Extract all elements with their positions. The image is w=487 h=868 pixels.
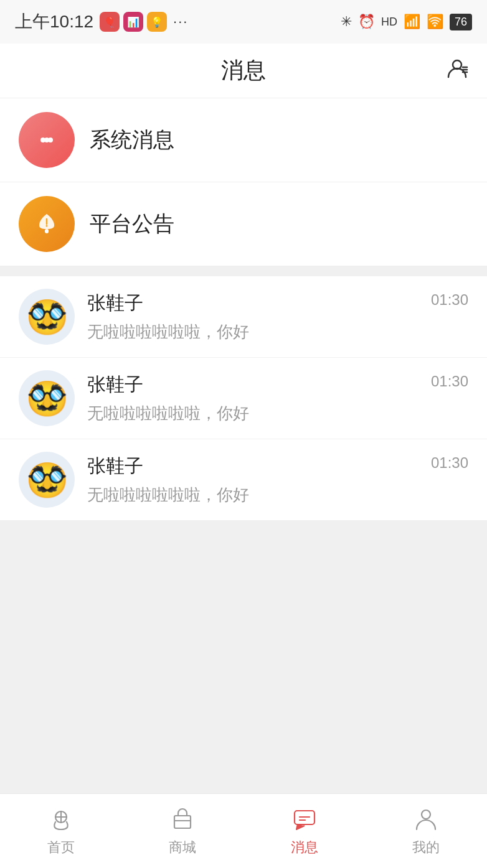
empty-content-area [0, 521, 487, 793]
svg-point-6 [48, 138, 53, 142]
chat-name: 张鞋子 [87, 291, 468, 316]
section-divider [0, 266, 487, 276]
avatar-emoji: 🥸 [26, 381, 68, 415]
app-icon-3: 💡 [147, 12, 167, 32]
svg-point-9 [46, 225, 48, 227]
chat-name: 张鞋子 [87, 372, 468, 398]
battery-level: 76 [450, 14, 472, 30]
app-icon-1: 🎈 [100, 12, 120, 32]
nav-label-shop: 商城 [169, 838, 196, 857]
system-message-icon [19, 112, 75, 168]
platform-notice-label: 平台公告 [90, 210, 174, 238]
status-dots: ··· [173, 14, 188, 30]
status-bar: 上午10:12 🎈 📊 💡 ··· ✳ ⏰ HD 📶 🛜 76 [0, 0, 487, 44]
nav-label-mine: 我的 [412, 838, 440, 857]
avatar: 🥸 [19, 452, 75, 508]
nav-label-home: 首页 [47, 838, 75, 857]
avatar: 🥸 [19, 289, 75, 345]
chat-name: 张鞋子 [87, 454, 468, 479]
app-icon-2: 📊 [123, 12, 143, 32]
chat-info: 张鞋子 无啦啦啦啦啦啦，你好 [87, 372, 468, 424]
platform-notice-icon [19, 196, 75, 252]
status-app-icons: 🎈 📊 💡 [100, 12, 167, 32]
svg-point-18 [422, 810, 430, 819]
chat-info: 张鞋子 无啦啦啦啦啦啦，你好 [87, 291, 468, 343]
chat-preview: 无啦啦啦啦啦啦，你好 [87, 484, 468, 506]
chat-preview: 无啦啦啦啦啦啦，你好 [87, 321, 468, 343]
system-message-label: 系统消息 [90, 126, 174, 154]
header: 消息 [0, 44, 487, 98]
chat-time: 01:30 [431, 291, 468, 309]
nav-item-mine[interactable]: 我的 [366, 806, 488, 857]
bluetooth-icon: ✳ [341, 14, 352, 30]
page-title: 消息 [221, 55, 266, 86]
alarm-icon: ⏰ [358, 14, 375, 30]
chat-list: 🥸 张鞋子 无啦啦啦啦啦啦，你好 01:30 🥸 张鞋子 无啦啦啦啦啦啦，你好 … [0, 276, 487, 521]
avatar-emoji: 🥸 [26, 463, 68, 497]
chat-info: 张鞋子 无啦啦啦啦啦啦，你好 [87, 454, 468, 506]
svg-rect-7 [45, 229, 49, 233]
nav-item-shop[interactable]: 商城 [122, 806, 244, 857]
chat-time: 01:30 [431, 373, 468, 390]
status-right-icons: ✳ ⏰ HD 📶 🛜 76 [341, 14, 472, 30]
profile-icon[interactable] [446, 57, 468, 85]
home-icon [48, 806, 74, 834]
chat-time: 01:30 [431, 454, 468, 472]
chat-item[interactable]: 🥸 张鞋子 无啦啦啦啦啦啦，你好 01:30 [0, 276, 487, 358]
chat-item[interactable]: 🥸 张鞋子 无啦啦啦啦啦啦，你好 01:30 [0, 358, 487, 439]
system-message-row[interactable]: 系统消息 [0, 98, 487, 182]
avatar: 🥸 [19, 370, 75, 426]
nav-label-message: 消息 [291, 838, 318, 857]
nav-item-message[interactable]: 消息 [244, 806, 366, 857]
network-icon: 📶 [404, 14, 420, 30]
wifi-icon: 🛜 [427, 14, 443, 30]
status-time: 上午10:12 [15, 10, 93, 34]
nav-item-home[interactable]: 首页 [0, 806, 122, 857]
bottom-nav: 首页 商城 消息 [0, 793, 487, 868]
platform-notice-row[interactable]: 平台公告 [0, 182, 487, 266]
avatar-emoji: 🥸 [26, 300, 68, 334]
chat-item[interactable]: 🥸 张鞋子 无啦啦啦啦啦啦，你好 01:30 [0, 439, 487, 521]
message-icon [291, 806, 318, 834]
shop-icon [169, 806, 196, 834]
chat-preview: 无啦啦啦啦啦啦，你好 [87, 403, 468, 424]
content-area: 系统消息 平台公告 🥸 张鞋子 无啦啦啦啦啦啦，你好 01:30 [0, 98, 487, 793]
mine-icon [413, 806, 439, 834]
signal-icon: HD [381, 16, 397, 29]
svg-rect-13 [174, 816, 191, 828]
